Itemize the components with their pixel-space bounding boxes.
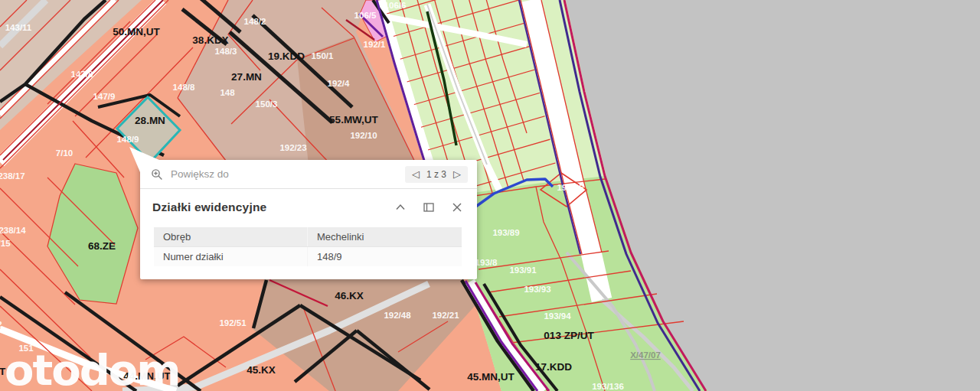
feature-pager: ◁ 1 z 3 ▷ xyxy=(405,166,468,183)
parcel-label: 193/89 xyxy=(492,228,519,237)
parcel-label: 192/51 xyxy=(219,318,247,327)
parcel-label: 238/17 xyxy=(0,171,25,181)
zone-label: 27.MN xyxy=(231,71,262,83)
parcel-label: 192/23 xyxy=(279,143,306,152)
parcel-label: 150/3 xyxy=(256,99,278,109)
parcel-label: 193/91 xyxy=(509,266,537,275)
zoom-to-input[interactable] xyxy=(169,168,397,181)
table-row: Numer działki 148/9 xyxy=(154,246,462,266)
zone-label: 013 ZP/UT xyxy=(544,330,594,341)
attribute-label: Numer działki xyxy=(154,247,307,266)
zone-label: 50.MN,UT xyxy=(113,26,160,37)
dock-button[interactable] xyxy=(421,200,436,215)
zone-label: 55.MW,UT xyxy=(329,114,379,125)
parcel-label: 192/1 xyxy=(364,40,386,49)
attribute-table: Obręb Mechelinki Numer działki 148/9 xyxy=(154,227,462,266)
zone-label: 45.MN,UT xyxy=(467,371,514,383)
parcel-label: 192/48 xyxy=(384,311,411,320)
parcel-label: 143/11 xyxy=(5,23,32,32)
parcel-label: 106/6 xyxy=(384,1,407,10)
zone-label: 17.KDD xyxy=(535,361,572,373)
popup-title: Działki ewidencyjne xyxy=(152,200,266,214)
zone-label: 19.KDD xyxy=(268,51,305,62)
parcel-label: 238/14 xyxy=(0,226,26,235)
collapse-button[interactable] xyxy=(393,200,408,215)
prev-feature-button[interactable]: ◁ xyxy=(412,169,420,179)
popup-header: Działki ewidencyjne xyxy=(140,189,477,223)
attribute-label: Obręb xyxy=(154,227,307,246)
parcel-label: 193/136 xyxy=(592,382,624,391)
zone-label: 44.MN,UT xyxy=(123,370,171,382)
parcel-label: 192/21 xyxy=(432,311,459,320)
feature-popup: ◁ 1 z 3 ▷ Działki ewidencyjne xyxy=(140,160,477,279)
parcel-label: 148/8 xyxy=(173,83,195,92)
zone-label: 68.ZE xyxy=(88,240,116,252)
parcel-label: 152 xyxy=(0,320,2,329)
parcel-label: 148/3 xyxy=(215,47,237,56)
parcel-label: 148/9 xyxy=(117,135,139,144)
parcel-label: 106/5 xyxy=(354,11,377,20)
attribute-value: 148/9 xyxy=(307,247,462,266)
parcel-label: 7/10 xyxy=(56,148,73,158)
parcel-label: 151 xyxy=(18,344,34,353)
parcel-label: 193/65 xyxy=(557,183,584,192)
parcel-label: 147/9 xyxy=(93,92,116,101)
parcel-label: 192/10 xyxy=(350,131,377,140)
parcel-label: 148/2 xyxy=(244,17,266,26)
close-button[interactable] xyxy=(449,200,465,215)
popup-window-controls xyxy=(393,200,465,215)
zone-label: 45.KX xyxy=(247,364,276,376)
table-row: Obręb Mechelinki xyxy=(154,227,462,246)
road-label: X/47/07 xyxy=(630,350,661,360)
zone-label: 46.KX xyxy=(335,290,364,301)
popup-pointer xyxy=(129,147,160,173)
zone-label: 28.MN xyxy=(135,115,165,126)
zone-label: T xyxy=(0,366,6,377)
parcel-label: 192/4 xyxy=(328,79,350,88)
parcel-label: 148 xyxy=(220,88,235,97)
map-viewer: 50.MN,UT38.KDX19.KDD27.MN28.MN55.MW,UT68… xyxy=(0,0,980,391)
parcel-label: 193/8 xyxy=(475,258,498,267)
parcel-label: 238/15 xyxy=(0,239,11,248)
parcel-label: 147/8 xyxy=(71,70,93,79)
popup-search-row: ◁ 1 z 3 ▷ xyxy=(140,160,477,188)
parcel-label: 150/1 xyxy=(312,51,334,60)
pager-label: 1 z 3 xyxy=(426,169,446,180)
zone-label: 38.KDX xyxy=(192,34,228,46)
parcel-label: 193/93 xyxy=(524,285,550,294)
next-feature-button[interactable]: ▷ xyxy=(453,169,461,179)
parcel-label: 193/94 xyxy=(544,311,571,321)
attribute-value: Mechelinki xyxy=(307,227,462,246)
